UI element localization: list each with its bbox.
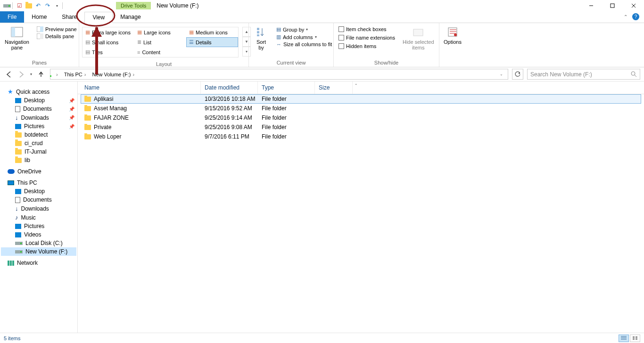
tab-share[interactable]: Share	[54, 11, 84, 23]
help-icon[interactable]: ?	[632, 13, 639, 20]
breadcrumb[interactable]: This PC New Volume (F:) ⌄	[50, 69, 508, 80]
layout-item-content[interactable]: ≡Content	[134, 47, 186, 57]
column-headers[interactable]: Name Date modified Type Size	[78, 82, 644, 94]
size-columns-label: Size all columns to fit	[283, 41, 332, 47]
tree-item-new-volume-f-[interactable]: New Volume (F:)	[1, 247, 76, 256]
tree-item-downloads[interactable]: ↓Downloads	[1, 204, 76, 213]
tree-item-ci_crud[interactable]: ci_crud	[1, 139, 76, 147]
back-button[interactable]	[4, 69, 14, 80]
square-icon	[15, 224, 21, 229]
col-name[interactable]: Name	[81, 82, 201, 94]
monitor-icon	[8, 180, 14, 185]
redo-icon[interactable]: ↷	[43, 1, 52, 10]
table-row[interactable]: FAJAR ZONE9/25/2016 9:14 AMFile folder	[81, 113, 641, 122]
minimize-ribbon-icon[interactable]: ⌃	[624, 14, 627, 19]
properties-icon[interactable]: ☑	[15, 1, 24, 10]
status-item-count: 5 items	[4, 335, 20, 341]
breadcrumb-new-volume[interactable]: New Volume (F:)	[89, 72, 138, 77]
square-icon	[15, 98, 21, 103]
up-button[interactable]	[36, 69, 46, 80]
layout-item-tiles[interactable]: ▤Tiles	[83, 47, 134, 57]
table-row[interactable]: Private9/25/2016 9:08 AMFile folder	[81, 122, 641, 132]
minimize-button[interactable]	[580, 0, 602, 11]
tree-item-it-jurnal[interactable]: IT-Jurnal	[1, 147, 76, 156]
tab-view[interactable]: View	[84, 12, 113, 23]
tree-item-videos[interactable]: Videos	[1, 230, 76, 239]
col-date[interactable]: Date modified	[201, 82, 258, 94]
refresh-button[interactable]	[512, 69, 523, 80]
qat-dropdown-icon[interactable]: ▾	[53, 1, 61, 10]
layout-item-extra-large[interactable]: ▦Extra large icons	[83, 27, 134, 37]
sort-by-button[interactable]: Sort by	[252, 25, 271, 51]
layout-item-list[interactable]: ≣List	[134, 37, 186, 47]
new-folder-icon[interactable]	[25, 1, 33, 10]
tree-item-desktop[interactable]: Desktop	[1, 187, 76, 196]
hidden-items-toggle[interactable]: Hidden items	[337, 43, 397, 49]
tree-this-pc[interactable]: This PC	[1, 179, 76, 187]
layout-item-large[interactable]: ▦Large icons	[134, 27, 186, 37]
layout-label: Details	[196, 40, 212, 45]
options-button[interactable]: Options	[442, 25, 463, 46]
tree-item-label: Pictures	[24, 123, 44, 130]
cell-date: 9/25/2016 9:08 AM	[205, 124, 262, 131]
table-row[interactable]: Asset Manag9/15/2016 9:52 AMFile folder	[81, 104, 641, 113]
ribbon-group-show-hide: Item check boxes File name extensions Hi…	[334, 23, 439, 67]
window-controls	[580, 0, 644, 11]
maximize-button[interactable]	[602, 0, 623, 11]
item-check-boxes-toggle[interactable]: Item check boxes	[337, 26, 397, 33]
forward-button[interactable]	[16, 69, 26, 80]
table-row[interactable]: Web Loper9/7/2016 6:11 PMFile folder	[81, 132, 641, 141]
tree-item-desktop[interactable]: Desktop📌	[1, 96, 76, 105]
table-row[interactable]: Aplikasi10/3/2016 10:18 AMFile folder	[81, 94, 641, 104]
size-columns-button[interactable]: ↔Size all columns to fit	[274, 41, 334, 48]
search-input[interactable]: Search New Volume (F:)	[527, 69, 640, 80]
tree-item-local-disk-c-[interactable]: Local Disk (C:)	[1, 239, 76, 247]
details-pane-button[interactable]: Details pane	[35, 33, 79, 40]
hide-selected-button[interactable]: Hide selected items	[401, 25, 436, 51]
breadcrumb-this-pc[interactable]: This PC	[61, 72, 90, 77]
recent-dropdown-icon[interactable]: ▾	[28, 69, 34, 80]
cell-type: File folder	[262, 114, 319, 121]
navigation-pane-button[interactable]: Navigation pane	[3, 25, 31, 51]
svg-rect-17	[633, 338, 635, 340]
tree-quick-access[interactable]: ★Quick access	[1, 87, 76, 96]
tab-home[interactable]: Home	[24, 11, 54, 23]
svg-rect-9	[257, 31, 259, 33]
tree-item-pictures[interactable]: Pictures	[1, 222, 76, 230]
tree-item-botdetect[interactable]: botdetect	[1, 131, 76, 139]
ribbon-group-layout: ▦Extra large icons ▦Large icons ▦Medium …	[79, 23, 249, 67]
navigation-tree[interactable]: ★Quick access Desktop📌Documents📌↓Downloa…	[0, 82, 78, 333]
tree-item-music[interactable]: ♪Music	[1, 213, 76, 222]
layout-item-medium[interactable]: ▦Medium icons	[186, 27, 238, 37]
view-large-icons-button[interactable]	[630, 335, 640, 342]
tree-network[interactable]: Network	[1, 259, 76, 267]
layout-item-small[interactable]: ▤Small icons	[83, 37, 134, 47]
add-columns-button[interactable]: ▥Add columns▾	[274, 33, 334, 41]
tab-file[interactable]: File	[0, 11, 24, 23]
layout-label: Medium icons	[196, 30, 228, 35]
tab-manage[interactable]: Manage	[113, 11, 148, 23]
undo-icon[interactable]: ↶	[34, 1, 42, 10]
layout-item-details[interactable]: ☰Details	[186, 37, 238, 47]
close-button[interactable]	[623, 0, 644, 11]
address-dropdown-icon[interactable]: ⌄	[500, 72, 503, 76]
group-by-button[interactable]: ▤Group by▾	[274, 26, 334, 33]
col-size[interactable]: Size	[315, 82, 353, 94]
breadcrumb-root-chevron[interactable]	[53, 72, 61, 77]
file-name-ext-toggle[interactable]: File name extensions	[337, 34, 397, 41]
layout-gallery[interactable]: ▦Extra large icons ▦Large icons ▦Medium …	[82, 27, 239, 57]
tree-label: Network	[17, 260, 38, 266]
tree-item-lib[interactable]: lib	[1, 156, 76, 164]
contextual-tab-drive-tools[interactable]: Drive Tools	[116, 2, 151, 9]
tree-item-downloads[interactable]: ↓Downloads📌	[1, 113, 76, 122]
hide-selected-label: Hide selected items	[403, 39, 434, 50]
tree-item-pictures[interactable]: Pictures📌	[1, 122, 76, 131]
tree-item-label: Documents	[23, 196, 52, 203]
preview-pane-button[interactable]: Preview pane	[35, 26, 79, 33]
tree-item-label: Desktop	[24, 188, 45, 195]
tree-item-documents[interactable]: Documents	[1, 196, 76, 204]
view-details-button[interactable]	[619, 335, 629, 342]
col-type[interactable]: Type	[258, 82, 315, 94]
tree-item-documents[interactable]: Documents📌	[1, 105, 76, 113]
tree-onedrive[interactable]: OneDrive	[1, 167, 76, 176]
